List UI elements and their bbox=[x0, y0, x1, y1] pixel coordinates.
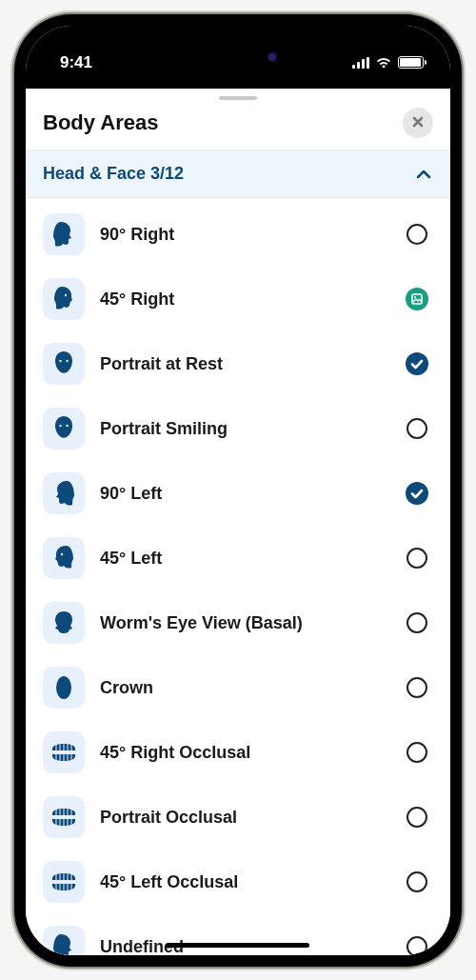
image-badge-icon bbox=[406, 288, 428, 310]
list-item[interactable]: 45° Right Occlusal bbox=[26, 720, 450, 785]
list-item-state[interactable] bbox=[405, 610, 429, 635]
close-icon bbox=[411, 114, 425, 131]
list-item-label: 90° Left bbox=[100, 484, 389, 504]
checkmark-icon bbox=[406, 352, 428, 375]
divider bbox=[26, 197, 450, 198]
list-item-label: 90° Right bbox=[100, 225, 389, 245]
body-area-list[interactable]: 90° Right45° RightPortrait at RestPortra… bbox=[26, 198, 450, 954]
wifi-icon bbox=[375, 56, 392, 69]
empty-circle-icon bbox=[407, 612, 427, 633]
close-button[interactable] bbox=[403, 108, 433, 138]
list-item-state[interactable] bbox=[405, 351, 429, 376]
list-item[interactable]: 45° Left bbox=[26, 526, 450, 590]
home-indicator[interactable] bbox=[167, 943, 309, 948]
teeth-icon bbox=[43, 796, 85, 838]
list-item-state[interactable] bbox=[405, 870, 429, 894]
list-item-label: 45° Left bbox=[100, 549, 389, 569]
phone-frame: 9:41 Body Areas Head & Face 3/ bbox=[14, 14, 462, 967]
list-item[interactable]: Crown bbox=[26, 655, 450, 720]
chevron-up-icon bbox=[416, 164, 431, 184]
list-item[interactable]: 90° Left bbox=[26, 461, 450, 526]
list-item-state[interactable] bbox=[405, 675, 429, 700]
sheet: Body Areas Head & Face 3/12 90° Right45°… bbox=[26, 89, 450, 955]
cellular-icon bbox=[352, 57, 369, 69]
list-item[interactable]: 90° Right bbox=[26, 202, 450, 267]
list-item-state[interactable] bbox=[405, 481, 429, 506]
empty-circle-icon bbox=[407, 807, 427, 828]
svg-point-3 bbox=[59, 360, 61, 362]
svg-point-0 bbox=[65, 294, 67, 296]
empty-circle-icon bbox=[407, 677, 427, 698]
list-item[interactable]: Undefined bbox=[26, 914, 450, 954]
status-time: 9:41 bbox=[60, 53, 92, 72]
screen: 9:41 Body Areas Head & Face 3/ bbox=[26, 26, 450, 955]
page-title: Body Areas bbox=[43, 110, 158, 135]
empty-circle-icon bbox=[407, 418, 427, 439]
section-label: Head & Face 3/12 bbox=[43, 164, 184, 184]
list-item-label: Portrait at Rest bbox=[100, 354, 389, 374]
status-right bbox=[352, 56, 424, 69]
list-item[interactable]: Portrait Smiling bbox=[26, 396, 450, 461]
list-item-state[interactable] bbox=[405, 740, 429, 765]
list-item-state[interactable] bbox=[405, 934, 429, 954]
empty-circle-icon bbox=[407, 224, 427, 245]
section-header-head-face[interactable]: Head & Face 3/12 bbox=[26, 150, 450, 197]
teeth-icon bbox=[43, 861, 85, 903]
list-item-label: Portrait Smiling bbox=[100, 419, 389, 439]
head-right-90-icon bbox=[43, 213, 85, 255]
svg-rect-1 bbox=[412, 294, 422, 304]
empty-circle-icon bbox=[407, 742, 427, 763]
list-item-label: Worm's Eye View (Basal) bbox=[100, 613, 389, 633]
list-item-state[interactable] bbox=[405, 416, 429, 441]
head-left-90-icon bbox=[43, 472, 85, 514]
head-front-icon bbox=[43, 408, 85, 450]
head-front-icon bbox=[43, 343, 85, 385]
head-crown-icon bbox=[43, 667, 85, 709]
svg-point-4 bbox=[66, 360, 68, 362]
head-basal-icon bbox=[43, 602, 85, 644]
list-item-label: 45° Right bbox=[100, 290, 389, 310]
head-right-45-icon bbox=[43, 278, 85, 320]
teeth-icon bbox=[43, 731, 85, 773]
list-item-label: Crown bbox=[100, 678, 389, 698]
list-item-label: Portrait Occlusal bbox=[100, 808, 389, 828]
list-item-label: 45° Left Occlusal bbox=[100, 872, 389, 892]
list-item-label: 45° Right Occlusal bbox=[100, 743, 389, 763]
battery-icon bbox=[398, 56, 424, 69]
list-item-state[interactable] bbox=[405, 222, 429, 247]
svg-point-7 bbox=[61, 553, 63, 555]
list-item-state[interactable] bbox=[405, 805, 429, 830]
list-item[interactable]: 45° Left Occlusal bbox=[26, 850, 450, 914]
head-right-90-icon bbox=[43, 926, 85, 954]
empty-circle-icon bbox=[407, 871, 427, 892]
list-item[interactable]: Portrait Occlusal bbox=[26, 785, 450, 850]
list-item-state[interactable] bbox=[405, 287, 429, 311]
list-item-state[interactable] bbox=[405, 546, 429, 570]
empty-circle-icon bbox=[407, 936, 427, 954]
sheet-header: Body Areas bbox=[26, 106, 450, 150]
list-item[interactable]: Worm's Eye View (Basal) bbox=[26, 590, 450, 655]
svg-point-8 bbox=[56, 676, 71, 699]
head-left-45-icon bbox=[43, 537, 85, 579]
dynamic-island bbox=[171, 39, 305, 75]
svg-point-5 bbox=[59, 425, 61, 427]
list-item[interactable]: Portrait at Rest bbox=[26, 331, 450, 396]
svg-point-2 bbox=[414, 296, 416, 298]
empty-circle-icon bbox=[407, 548, 427, 569]
sheet-grabber[interactable] bbox=[219, 96, 257, 101]
svg-point-6 bbox=[66, 425, 68, 427]
list-item[interactable]: 45° Right bbox=[26, 267, 450, 331]
checkmark-icon bbox=[406, 482, 428, 505]
